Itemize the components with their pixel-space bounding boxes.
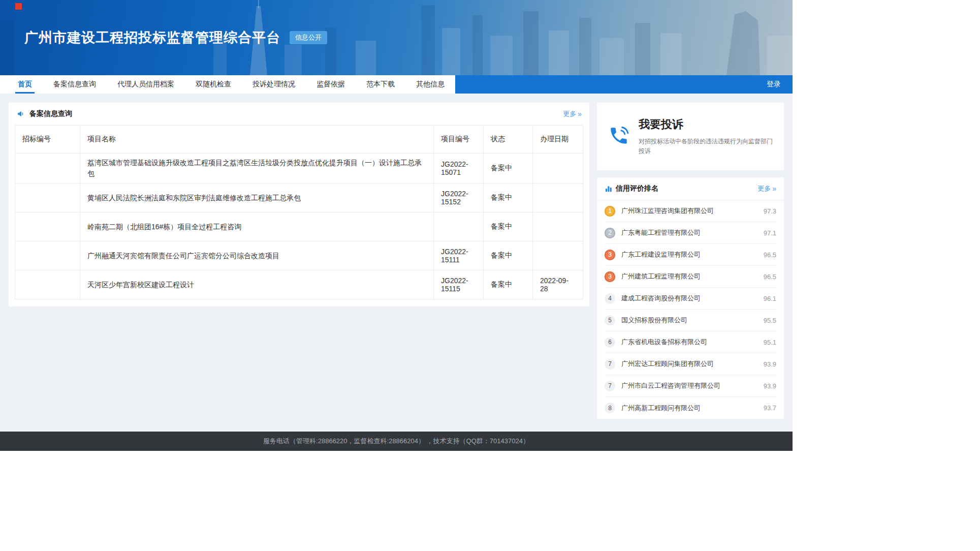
rank-badge: 3 [605, 250, 615, 260]
score: 96.5 [764, 251, 776, 259]
site-header: 广州市建设工程招投标监督管理综合平台 信息公开 [0, 0, 793, 75]
company-name: 广东工程建设监理有限公司 [621, 250, 701, 259]
ranking-more-link[interactable]: 更多 » [757, 184, 776, 193]
cell-bid-no [15, 154, 80, 183]
score: 93.9 [764, 382, 776, 390]
company-name: 建成工程咨询股份有限公司 [621, 294, 701, 303]
list-item[interactable]: 1 广州珠江监理咨询集团有限公司 97.3 [605, 200, 776, 222]
megaphone-icon [16, 110, 25, 118]
login-link[interactable]: 登录 [755, 75, 793, 94]
complaint-card[interactable]: 我要投诉 对招投标活动中各阶段的违法违规行为向监督部门投诉 [597, 103, 784, 170]
cell-status: 备案中 [484, 183, 533, 212]
cell-date [533, 241, 583, 270]
cell-project-name: 广州融通天河宾馆有限责任公司广运宾馆分公司综合改造项目 [80, 241, 434, 270]
chevron-right-icon: » [578, 110, 582, 118]
cell-status: 备案中 [484, 212, 533, 241]
records-more-link[interactable]: 更多 » [563, 109, 582, 118]
rank-badge: 3 [605, 271, 615, 282]
rank-badge: 7 [605, 359, 615, 370]
cell-date [533, 154, 583, 183]
ranking-card: 信用评价排名 更多 » 1 广州珠江监理咨询集团有限公司 97.3 2 广东粤能… [597, 177, 784, 419]
list-item[interactable]: 4 建成工程咨询股份有限公司 96.1 [605, 288, 776, 310]
list-item[interactable]: 3 广东工程建设监理有限公司 96.5 [605, 244, 776, 266]
score: 93.7 [764, 404, 776, 412]
cell-project-no: JG2022-15115 [434, 270, 484, 299]
score: 96.1 [764, 295, 776, 302]
company-name: 广州宏达工程顾问集团有限公司 [621, 359, 714, 369]
rank-badge: 4 [605, 293, 615, 304]
table-row[interactable]: 黄埔区人民法院长洲法庭和东院区审判法庭维修改造工程施工总承包 JG2022-15… [15, 183, 583, 212]
list-item[interactable]: 5 国义招标股份有限公司 95.5 [605, 310, 776, 331]
footer-text: 服务电话（管理科:28866220，监督检查科:28866204） ，技术支持（… [263, 437, 529, 446]
rank-badge: 6 [605, 337, 615, 348]
list-item[interactable]: 6 广东省机电设备招标有限公司 95.1 [605, 331, 776, 353]
rank-badge: 7 [605, 381, 615, 391]
complaint-desc: 对招投标活动中各阶段的违法违规行为向监督部门投诉 [639, 137, 773, 156]
list-item[interactable]: 7 广州市白云工程咨询管理有限公司 93.9 [605, 375, 776, 397]
records-title: 备案信息查询 [29, 109, 72, 118]
score: 97.3 [764, 207, 776, 215]
complaint-title: 我要投诉 [639, 117, 773, 132]
site-title: 广州市建设工程招投标监督管理综合平台 [24, 28, 280, 47]
cell-project-no [434, 212, 484, 241]
cell-status: 备案中 [484, 241, 533, 270]
phone-icon [608, 125, 629, 148]
main-nav: 首页备案信息查询代理人员信用档案双随机检查投诉处理情况监督依据范本下载其他信息 … [0, 75, 793, 94]
table-row[interactable]: 广州融通天河宾馆有限责任公司广运宾馆分公司综合改造项目 JG2022-15111… [15, 241, 583, 270]
chevron-right-icon: » [772, 185, 776, 193]
nav-tab-4[interactable]: 投诉处理情况 [242, 75, 306, 94]
records-table-header-row: 招标编号 项目名称 项目编号 状态 办理日期 [15, 126, 583, 154]
nav-tab-2[interactable]: 代理人员信用档案 [107, 75, 185, 94]
ranking-title: 信用评价排名 [616, 184, 658, 193]
cell-status: 备案中 [484, 154, 533, 183]
nav-tab-3[interactable]: 双随机检查 [185, 75, 242, 94]
table-row[interactable]: 岭南苑二期（北组团16#栋）项目全过程工程咨询 备案中 [15, 212, 583, 241]
list-item[interactable]: 2 广东粤能工程管理有限公司 97.1 [605, 222, 776, 244]
table-row[interactable]: 荔湾区城市管理基础设施升级改造工程项目之荔湾区生活垃圾分类投放点优化提升项目（一… [15, 154, 583, 183]
cell-date: 2022-09-28 [533, 270, 583, 299]
info-disclosure-badge: 信息公开 [290, 31, 327, 44]
score: 95.5 [764, 317, 776, 324]
score: 93.9 [764, 360, 776, 368]
rank-badge: 8 [605, 403, 615, 413]
col-header-status: 状态 [484, 126, 533, 154]
logo-mark [15, 3, 22, 10]
cell-bid-no [15, 241, 80, 270]
score: 97.1 [764, 229, 776, 237]
list-item[interactable]: 7 广州宏达工程顾问集团有限公司 93.9 [605, 353, 776, 375]
rank-badge: 1 [605, 206, 615, 217]
records-card-header: 备案信息查询 更多 » [9, 103, 589, 124]
nav-tab-6[interactable]: 范本下载 [356, 75, 405, 94]
cell-project-name: 天河区少年宫新校区建设工程设计 [80, 270, 434, 299]
cell-project-no: JG2022-15071 [434, 154, 484, 183]
nav-tab-7[interactable]: 其他信息 [405, 75, 455, 94]
cell-project-name: 岭南苑二期（北组团16#栋）项目全过程工程咨询 [80, 212, 434, 241]
records-table-body: 荔湾区城市管理基础设施升级改造工程项目之荔湾区生活垃圾分类投放点优化提升项目（一… [15, 154, 583, 299]
main-content: 备案信息查询 更多 » 招标编号 项目名称 项目编号 状态 办理日期 [0, 94, 793, 432]
col-header-project-name: 项目名称 [80, 126, 434, 154]
cell-bid-no [15, 270, 80, 299]
company-name: 广州建筑工程监理有限公司 [621, 272, 701, 281]
company-name: 广州高新工程顾问有限公司 [621, 404, 701, 413]
ranking-card-header: 信用评价排名 更多 » [597, 177, 784, 200]
col-header-date: 办理日期 [533, 126, 583, 154]
cell-status: 备案中 [484, 270, 533, 299]
ranking-list: 1 广州珠江监理咨询集团有限公司 97.3 2 广东粤能工程管理有限公司 97.… [597, 200, 784, 419]
company-name: 广东省机电设备招标有限公司 [621, 338, 707, 347]
cell-bid-no [15, 212, 80, 241]
rank-badge: 2 [605, 228, 615, 238]
company-name: 广东粤能工程管理有限公司 [621, 228, 701, 237]
score: 96.5 [764, 273, 776, 281]
nav-tab-0[interactable]: 首页 [7, 75, 43, 94]
rank-badge: 5 [605, 315, 615, 326]
cell-date [533, 183, 583, 212]
list-item[interactable]: 8 广州高新工程顾问有限公司 93.7 [605, 397, 776, 419]
table-row[interactable]: 天河区少年宫新校区建设工程设计 JG2022-15115 备案中 2022-09… [15, 270, 583, 299]
cell-project-no: JG2022-15111 [434, 241, 484, 270]
list-item[interactable]: 3 广州建筑工程监理有限公司 96.5 [605, 266, 776, 288]
complaint-text-block: 我要投诉 对招投标活动中各阶段的违法违规行为向监督部门投诉 [639, 117, 773, 156]
nav-tab-5[interactable]: 监督依据 [306, 75, 356, 94]
nav-tab-1[interactable]: 备案信息查询 [43, 75, 107, 94]
nav-tabs: 首页备案信息查询代理人员信用档案双随机检查投诉处理情况监督依据范本下载其他信息 [0, 75, 455, 94]
company-name: 广州市白云工程咨询管理有限公司 [621, 381, 720, 390]
